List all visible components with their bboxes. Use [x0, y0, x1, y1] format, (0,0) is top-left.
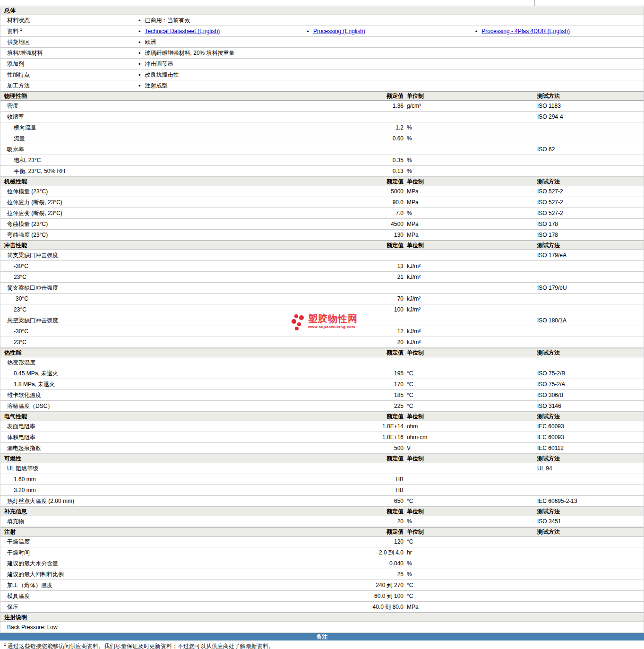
- table-row: 横向流量1.2%: [0, 122, 644, 133]
- property-unit: ohm·cm: [404, 434, 537, 441]
- property-label: 23°C: [0, 274, 352, 280]
- property-unit: %: [404, 560, 537, 567]
- section-title: 总体: [0, 7, 644, 15]
- column-header-method: 测试方法: [537, 178, 644, 186]
- table-row: -30°C70kJ/m²: [0, 294, 644, 304]
- property-label: 维卡软化温度: [0, 391, 352, 399]
- bullet-cell: •Processing (English): [307, 28, 475, 35]
- property-value: 185: [352, 392, 404, 398]
- table-row: 1.8 MPa, 未退火170°CISO 75-2/A: [0, 379, 644, 390]
- row-label: 填料/增强材料: [0, 49, 138, 57]
- property-unit: %: [404, 124, 537, 131]
- bullet-text: 欧洲: [145, 38, 156, 46]
- property-label: 吸水率: [0, 146, 352, 154]
- table-row: 材料状态•已商用：当前有效: [0, 15, 644, 26]
- table-row: -30°C12kJ/m²: [0, 326, 644, 337]
- section-header-thermal: 热性能额定值单位制测试方法: [0, 348, 644, 357]
- column-header-value: 额定值: [352, 92, 404, 100]
- material-datasheet-page: 总体材料状态•已商用：当前有效资料1•Technical Datasheet (…: [0, 0, 644, 649]
- footnote-ref: 1: [20, 27, 22, 32]
- test-method: ISO 180/1A: [537, 317, 644, 324]
- property-value: 20: [352, 339, 404, 346]
- property-unit: kJ/m²: [404, 295, 537, 302]
- test-method: ISO 75-2/A: [537, 381, 644, 388]
- table-row: 溶融温度（DSC）225°CISO 3146: [0, 401, 644, 412]
- test-method: ISO 179/eU: [537, 285, 644, 291]
- property-label: 23°C: [0, 339, 352, 346]
- column-header-unit: 单位制: [404, 455, 537, 463]
- table-row: -30°C13kJ/m²: [0, 261, 644, 272]
- property-unit: kJ/m²: [404, 306, 537, 313]
- test-method: IEC 60093: [537, 423, 644, 430]
- section-title: 冲击性能: [0, 242, 352, 250]
- property-value: 7.0: [352, 210, 404, 216]
- property-label: 保压: [0, 603, 352, 611]
- property-label: 表面电阻率: [0, 423, 352, 431]
- table-row: 吸水率ISO 62: [0, 144, 644, 155]
- bullet-cell: •玻璃纤维增强材料, 20% 填料按重量: [138, 49, 644, 57]
- property-value: 650: [352, 498, 404, 504]
- table-row: 收缩率ISO 294-4: [0, 112, 644, 122]
- table-row: 模具温度60.0 到 100°C: [0, 591, 644, 602]
- test-method: ISO 294-4: [537, 113, 644, 120]
- bullet-icon: •: [138, 72, 141, 78]
- table-row: 简支梁缺口冲击强度ISO 179/eA: [0, 250, 644, 261]
- property-label: 1.60 mm: [0, 476, 352, 483]
- row-label: 添加剂: [0, 60, 138, 68]
- table-row: 加工方法•注射成型: [0, 80, 644, 91]
- row-label: 资料1: [0, 27, 138, 35]
- property-value: 90.0: [352, 199, 404, 206]
- test-method: ISO 62: [537, 146, 644, 153]
- column-header-value: 额定值: [352, 178, 404, 186]
- doc-link[interactable]: Processing - 4Plas 4DUR (English): [481, 28, 570, 35]
- remark-label: 备注: [317, 633, 328, 640]
- bullet-text: 已商用：当前有效: [145, 17, 190, 25]
- column-header-method: 测试方法: [537, 92, 644, 100]
- doc-link[interactable]: Technical Datasheet (English): [145, 28, 220, 35]
- table-row: UL 阻燃等级UL 94: [0, 463, 644, 474]
- section-header-physical: 物理性能额定值单位制测试方法: [0, 91, 644, 101]
- bullet-cell: •注射成型: [138, 82, 644, 90]
- section-header-mechanical: 机械性能额定值单位制测试方法: [0, 177, 644, 186]
- section-title: 机械性能: [0, 178, 352, 186]
- table-row: 平衡, 23°C, 50% RH0.13%: [0, 166, 644, 177]
- section-header-injection: 注射额定值单位制测试方法: [0, 527, 644, 537]
- property-value: 0.13: [352, 168, 404, 174]
- property-unit: MPa: [404, 604, 537, 610]
- test-method: ISO 527-2: [537, 188, 644, 195]
- top-strip: [0, 0, 644, 6]
- column-header-method: 测试方法: [537, 413, 644, 421]
- property-value: 25: [352, 571, 404, 578]
- section-title: 补充信息: [0, 508, 352, 516]
- property-label: 干燥时间: [0, 549, 352, 557]
- bullet-icon: •: [138, 50, 141, 56]
- row-label: 加工方法: [0, 82, 138, 90]
- bullet-text: 改良抗撞击性: [145, 71, 179, 79]
- property-unit: hr: [404, 549, 537, 556]
- property-unit: kJ/m²: [404, 328, 537, 335]
- doc-link[interactable]: Processing (English): [313, 28, 365, 35]
- property-label: 密度: [0, 102, 352, 110]
- property-label: 体积电阻率: [0, 433, 352, 441]
- section-header-flammability: 可燃性额定值单位制测试方法: [0, 454, 644, 463]
- property-value: 5000: [352, 188, 404, 195]
- table-row: 0.45 MPa, 未退火195°CISO 75-2/B: [0, 368, 644, 379]
- table-row: 体积电阻率1.0E+16ohm·cmIEC 60093: [0, 432, 644, 443]
- property-label: 平衡, 23°C, 50% RH: [0, 167, 352, 175]
- column-header-unit: 单位制: [404, 242, 537, 250]
- property-value: 1.36: [352, 103, 404, 109]
- bullet-text: 冲击调节器: [145, 60, 173, 68]
- property-value: 1.0E+16: [352, 434, 404, 441]
- property-value: 4500: [352, 221, 404, 227]
- table-row: 弯曲强度 (23°C)130MPaISO 178: [0, 230, 644, 241]
- property-label: 漏电起痕指数: [0, 444, 352, 452]
- table-row: Back Pressure: Low: [0, 622, 644, 633]
- property-label: 23°C: [0, 306, 352, 313]
- table-row: 干燥温度120°C: [0, 537, 644, 547]
- table-row: 简支梁缺口冲击强度ISO 179/eU: [0, 283, 644, 294]
- property-unit: V: [404, 445, 537, 451]
- property-value: HB: [352, 476, 404, 483]
- test-method: ISO 178: [537, 221, 644, 227]
- property-value: 13: [352, 263, 404, 269]
- property-label: 简支梁缺口冲击强度: [0, 284, 352, 292]
